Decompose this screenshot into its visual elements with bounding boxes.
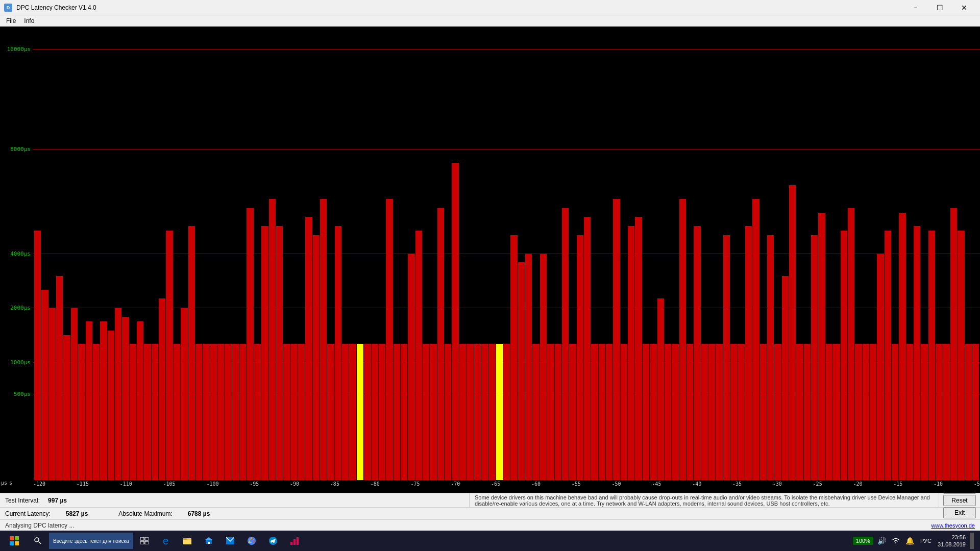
x-label-22: -10 bbox=[934, 481, 943, 487]
absolute-max-label: Absolute Maximum: bbox=[118, 510, 172, 517]
bar-43 bbox=[349, 344, 356, 480]
taskbar-telegram[interactable] bbox=[263, 531, 283, 551]
x-label-10: -70 bbox=[451, 481, 460, 487]
svg-rect-6 bbox=[140, 537, 144, 540]
bar-51 bbox=[408, 254, 414, 481]
taskbar-search[interactable] bbox=[28, 531, 48, 551]
title-bar-left: D DPC Latency Checker V1.4.0 bbox=[4, 4, 96, 12]
bar-125 bbox=[950, 208, 957, 480]
svg-rect-11 bbox=[183, 540, 191, 544]
window-controls: − ☐ ✕ bbox=[903, 0, 976, 15]
bar-104 bbox=[796, 344, 803, 480]
volume-icon[interactable]: 🔊 bbox=[875, 536, 888, 546]
svg-rect-21 bbox=[290, 542, 292, 545]
bar-12 bbox=[122, 317, 129, 480]
maximize-button[interactable]: ☐ bbox=[928, 0, 951, 15]
taskbar-mail[interactable] bbox=[220, 531, 240, 551]
minimize-button[interactable]: − bbox=[903, 0, 927, 15]
website-link[interactable]: www.thesycon.de bbox=[931, 522, 975, 529]
bar-72 bbox=[562, 208, 569, 480]
taskbar-store[interactable] bbox=[199, 531, 219, 551]
bar-120 bbox=[914, 226, 920, 480]
network-icon[interactable] bbox=[890, 536, 901, 546]
y-label-16000: 16000µs bbox=[7, 46, 31, 53]
bar-27 bbox=[232, 344, 239, 480]
search-placeholder: Введите здесь текст для поиска bbox=[53, 538, 129, 544]
bar-9 bbox=[100, 321, 107, 480]
bar-0 bbox=[34, 231, 41, 480]
bar-76 bbox=[591, 344, 598, 480]
bar-53 bbox=[423, 344, 429, 480]
start-button[interactable] bbox=[2, 531, 27, 551]
x-label-21: -15 bbox=[893, 481, 902, 487]
bar-31 bbox=[261, 226, 268, 480]
bar-113 bbox=[863, 344, 869, 480]
bar-25 bbox=[217, 344, 224, 480]
bar-86 bbox=[665, 344, 671, 480]
bar-50 bbox=[401, 344, 407, 480]
notification-icon[interactable]: 🔔 bbox=[903, 536, 916, 546]
bar-68 bbox=[532, 344, 539, 480]
close-button[interactable]: ✕ bbox=[952, 0, 976, 15]
search-bar[interactable]: Введите здесь текст для поиска bbox=[49, 533, 133, 549]
x-label-0: -120 bbox=[33, 481, 45, 487]
menu-info[interactable]: Info bbox=[20, 16, 38, 26]
reset-button[interactable]: Reset bbox=[943, 495, 976, 506]
app-icon: D bbox=[4, 4, 12, 12]
info-row: Test Interval: 997 µs Some device driver… bbox=[0, 493, 980, 507]
bar-117 bbox=[892, 344, 898, 480]
menu-file[interactable]: File bbox=[2, 16, 20, 26]
y-label-2000: 2000µs bbox=[10, 305, 31, 311]
bar-35 bbox=[291, 344, 298, 480]
bar-7 bbox=[86, 321, 92, 480]
bar-60 bbox=[474, 344, 481, 480]
exit-button[interactable]: Exit bbox=[943, 507, 976, 518]
stats-row: Current Latency: 5827 µs Absolute Maximu… bbox=[0, 507, 980, 519]
bar-28 bbox=[239, 344, 246, 480]
taskbar-chrome[interactable] bbox=[241, 531, 262, 551]
bar-119 bbox=[906, 344, 913, 480]
taskbar-task-view[interactable] bbox=[134, 531, 155, 551]
bar-70 bbox=[547, 344, 554, 480]
bar-121 bbox=[921, 344, 927, 480]
test-interval-value: 997 µs bbox=[48, 497, 67, 504]
bar-96 bbox=[738, 344, 745, 480]
bar-44 bbox=[357, 344, 363, 480]
bar-66 bbox=[518, 262, 525, 480]
x-label-9: -75 bbox=[410, 481, 420, 487]
bar-29 bbox=[247, 208, 253, 480]
bar-64 bbox=[503, 344, 510, 480]
x-label-4: -100 bbox=[206, 481, 218, 487]
bar-54 bbox=[430, 344, 436, 480]
bar-47 bbox=[379, 344, 385, 480]
title-bar: D DPC Latency Checker V1.4.0 − ☐ ✕ bbox=[0, 0, 980, 15]
y-label-4000: 4000µs bbox=[10, 250, 31, 257]
taskbar-edge[interactable]: e bbox=[156, 531, 176, 551]
x-axis: µs s -120-115-110-105-100-95-90-85-80-75… bbox=[0, 480, 980, 493]
bar-127 bbox=[965, 344, 972, 480]
bar-88 bbox=[679, 199, 686, 480]
bar-16 bbox=[152, 344, 158, 480]
bar-74 bbox=[577, 235, 583, 480]
bar-102 bbox=[782, 276, 789, 480]
absolute-max-value: 6788 µs bbox=[188, 510, 210, 517]
x-label-11: -65 bbox=[491, 481, 500, 487]
bar-34 bbox=[283, 344, 290, 480]
bar-94 bbox=[723, 235, 730, 480]
bar-37 bbox=[305, 217, 312, 480]
bar-39 bbox=[320, 199, 327, 480]
chart-area: 16000µs 8000µs 4000µs 2000µs 1000µs 500µ… bbox=[0, 27, 980, 480]
bar-52 bbox=[415, 231, 422, 480]
bar-30 bbox=[254, 344, 261, 480]
taskbar-chart[interactable] bbox=[284, 531, 305, 551]
bar-42 bbox=[342, 344, 349, 480]
x-label-15: -45 bbox=[652, 481, 661, 487]
taskbar-explorer[interactable] bbox=[177, 531, 198, 551]
bar-105 bbox=[804, 344, 811, 480]
x-label-14: -50 bbox=[612, 481, 621, 487]
bar-82 bbox=[635, 217, 642, 480]
bar-48 bbox=[386, 199, 393, 480]
bar-73 bbox=[569, 344, 576, 480]
show-desktop-button[interactable] bbox=[970, 533, 974, 549]
bar-14 bbox=[137, 321, 143, 480]
